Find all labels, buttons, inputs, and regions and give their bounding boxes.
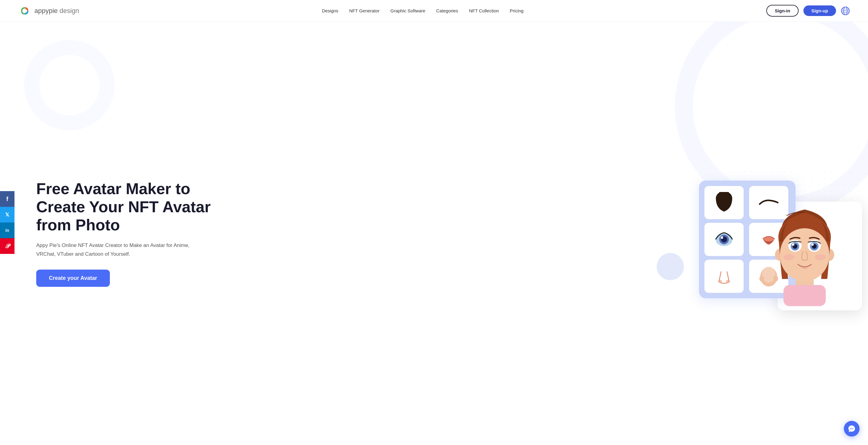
social-sidebar: f 𝕏 in 𝒫	[0, 191, 14, 254]
svg-point-34	[851, 428, 852, 429]
nose-tile	[705, 260, 744, 293]
nav-actions: Sign-in Sign-up	[766, 5, 850, 17]
linkedin-icon: in	[5, 228, 9, 233]
svg-point-29	[792, 243, 794, 246]
svg-point-33	[850, 428, 851, 429]
svg-rect-18	[783, 285, 826, 306]
logo[interactable]: appypie design	[18, 4, 79, 18]
hero-visual	[639, 169, 844, 298]
facebook-social-button[interactable]: f	[0, 191, 14, 207]
hero-section: Free Avatar Maker to Create Your NFT Ava…	[0, 22, 868, 445]
linkedin-social-button[interactable]: in	[0, 222, 14, 238]
svg-rect-0	[18, 4, 31, 18]
nav-graphic-software[interactable]: Graphic Software	[390, 8, 425, 13]
hero-subtitle: Appy Pie's Online NFT Avatar Creator to …	[36, 241, 193, 259]
hero-content: Free Avatar Maker to Create Your NFT Ava…	[36, 180, 223, 287]
svg-point-12	[726, 280, 730, 283]
twitter-icon: 𝕏	[5, 212, 9, 218]
avatar-character	[756, 185, 853, 307]
hair-tile	[705, 186, 744, 219]
nav-designs[interactable]: Designs	[322, 8, 338, 13]
svg-point-35	[852, 428, 854, 429]
logo-text: appypie design	[34, 7, 79, 15]
arc-decoration	[24, 40, 115, 130]
twitter-social-button[interactable]: 𝕏	[0, 207, 14, 222]
facebook-icon: f	[6, 196, 8, 203]
create-avatar-button[interactable]: Create your Avatar	[36, 270, 110, 287]
nav-categories[interactable]: Categories	[436, 8, 458, 13]
svg-rect-6	[719, 192, 729, 195]
pinterest-social-button[interactable]: 𝒫	[0, 238, 14, 254]
decorative-circle	[657, 253, 684, 280]
svg-point-10	[721, 236, 723, 239]
nav-nft-generator[interactable]: NFT Generator	[349, 8, 380, 13]
svg-point-32	[815, 254, 826, 260]
nav-links: Designs NFT Generator Graphic Software C…	[322, 8, 524, 13]
eye-tile	[705, 223, 744, 256]
hero-title: Free Avatar Maker to Create Your NFT Ava…	[36, 180, 223, 234]
nav-pricing[interactable]: Pricing	[510, 8, 524, 13]
navbar: appypie design Designs NFT Generator Gra…	[0, 0, 868, 22]
signup-button[interactable]: Sign-up	[803, 5, 836, 16]
chat-support-button[interactable]	[844, 421, 860, 437]
chat-icon	[848, 425, 856, 433]
svg-point-11	[718, 280, 722, 283]
svg-point-30	[811, 243, 814, 246]
nav-nft-collection[interactable]: NFT Collection	[469, 8, 499, 13]
svg-point-31	[783, 254, 794, 260]
language-globe-icon[interactable]	[841, 6, 850, 16]
signin-button[interactable]: Sign-in	[766, 5, 799, 17]
pinterest-icon: 𝒫	[5, 243, 9, 250]
